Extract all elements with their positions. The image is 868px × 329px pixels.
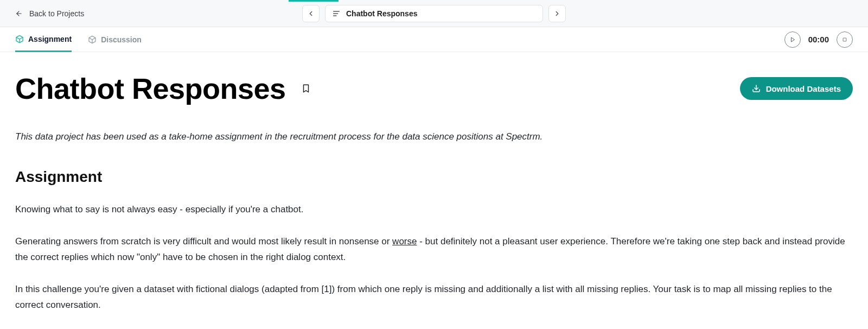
arrow-left-icon: [15, 10, 23, 17]
stop-button[interactable]: [837, 31, 853, 48]
breadcrumb-title: Chatbot Responses: [346, 9, 417, 18]
svg-rect-7: [843, 38, 846, 41]
download-datasets-button[interactable]: Download Datasets: [740, 77, 853, 100]
timer-display: 00:00: [808, 35, 829, 44]
p2-underline: worse: [392, 236, 417, 246]
cube-icon: [15, 35, 24, 43]
tab-discussion[interactable]: Discussion: [88, 27, 142, 52]
play-button[interactable]: [784, 31, 801, 48]
chevron-right-icon: [553, 10, 561, 17]
play-icon: [789, 36, 796, 43]
download-label: Download Datasets: [766, 84, 841, 93]
tab-discussion-label: Discussion: [101, 35, 142, 44]
cube-icon: [88, 35, 97, 44]
tab-assignment[interactable]: Assignment: [15, 27, 72, 52]
bookmark-button[interactable]: [301, 83, 311, 94]
paragraph-3: In this challenge you're given a dataset…: [15, 282, 853, 313]
list-icon: [332, 9, 341, 18]
svg-marker-6: [791, 37, 794, 42]
section-heading: Assignment: [15, 168, 853, 186]
top-accent-bar: [289, 0, 339, 2]
intro-text: This data project has been used as a tak…: [15, 131, 853, 142]
next-button[interactable]: [548, 5, 566, 22]
page-title: Chatbot Responses: [15, 72, 286, 105]
back-to-projects-link[interactable]: Back to Projects: [15, 9, 84, 18]
tab-assignment-label: Assignment: [28, 35, 72, 43]
download-icon: [752, 84, 761, 93]
back-label: Back to Projects: [29, 9, 84, 18]
chevron-left-icon: [307, 10, 315, 17]
bookmark-icon: [301, 83, 311, 94]
prev-button[interactable]: [302, 5, 320, 22]
p2-part-a: Generating answers from scratch is very …: [15, 236, 392, 246]
paragraph-1: Knowing what to say is not always easy -…: [15, 202, 853, 218]
breadcrumb-pill[interactable]: Chatbot Responses: [325, 5, 543, 22]
paragraph-2: Generating answers from scratch is very …: [15, 234, 853, 265]
stop-icon: [842, 37, 847, 42]
